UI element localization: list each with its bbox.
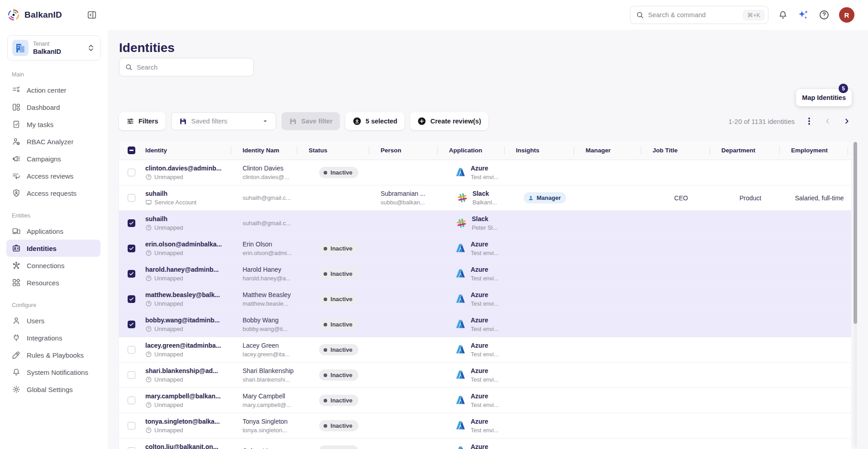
identity-id: suhailh [145, 189, 231, 198]
table-row[interactable]: harold.haney@adminb... Unmapped Harold H… [119, 261, 851, 287]
sidebar-item-rbac-analyzer[interactable]: RBAC Analyzer [0, 133, 108, 150]
global-search[interactable]: ⌘+K [630, 6, 768, 24]
chevron-right-icon[interactable] [843, 117, 851, 125]
identities-search[interactable] [119, 58, 254, 76]
row-checkbox[interactable] [128, 397, 135, 404]
azure-logo-icon [454, 445, 467, 449]
sparkles-icon[interactable] [797, 9, 809, 21]
table-row[interactable]: colton.liu@balkanit.on... Unmapped Colto… [119, 439, 851, 449]
identity-id: mary.campbell@balkan... [145, 392, 231, 401]
sidebar-item-access-reviews[interactable]: Access reviews [0, 167, 108, 184]
table-row[interactable]: erin.olson@adminbalka... Unmapped Erin O… [119, 236, 851, 261]
manager-cell [574, 160, 641, 185]
application-env: Test envi... [471, 426, 499, 435]
sidebar-item-identities[interactable]: Identities [6, 240, 100, 257]
row-checkbox[interactable] [128, 219, 135, 227]
question-circle-icon [145, 250, 152, 256]
column-header-insights[interactable]: Insights [504, 141, 574, 160]
table-row[interactable]: tonya.singleton@balka... Unmapped Tonya … [119, 413, 851, 439]
table-row[interactable]: lacey.green@itadminba... Unmapped Lacey … [119, 337, 851, 363]
row-checkbox[interactable] [128, 346, 135, 354]
status-dot-icon [324, 247, 327, 250]
avatar[interactable]: R [839, 7, 854, 23]
identities-search-input[interactable] [137, 64, 248, 71]
sidebar-item-rules-playbooks[interactable]: Rules & Playbooks [0, 346, 108, 364]
person-email: subbu@balkan... [381, 199, 437, 207]
sidebar-item-users[interactable]: Users [0, 312, 108, 329]
identity-name: Erin Olson [243, 240, 297, 249]
global-search-input[interactable] [648, 11, 739, 19]
row-checkbox[interactable] [128, 422, 135, 430]
row-checkbox[interactable] [128, 295, 135, 303]
sidebar-item-integrations[interactable]: Integrations [0, 329, 108, 346]
save-filter-button[interactable]: Save filter [281, 112, 340, 130]
table-row[interactable]: matthew.beasley@balk... Unmapped Matthew… [119, 287, 851, 312]
saved-filters-select[interactable]: Saved filters [171, 112, 276, 130]
application-name: Azure [471, 291, 499, 299]
identity-name-email: matthew.beasle... [243, 300, 297, 308]
column-header-identity[interactable]: Identity [140, 141, 231, 160]
scrollbar-thumb[interactable] [854, 142, 857, 324]
status-badge: Inactive [319, 167, 358, 178]
identity-mapping-label: Unmapped [154, 350, 183, 359]
table-row[interactable]: clinton.davies@adminb... Unmapped Clinto… [119, 160, 851, 185]
table-row[interactable]: shari.blankenship@ad... Unmapped Shari B… [119, 363, 851, 388]
identity-name-email: harold.haney@a... [243, 274, 297, 283]
table-row[interactable]: suhailh Unmapped suhailh@gmail.c... Slac… [119, 211, 851, 236]
sidebar-item-connections[interactable]: Connections [0, 257, 108, 274]
column-header-application[interactable]: Application [437, 141, 504, 160]
sidebar-item-action-center[interactable]: Action center [0, 81, 108, 99]
question-circle-icon [145, 351, 152, 358]
pagination-summary: 1-20 of 1131 identities [729, 118, 795, 125]
applications-icon [12, 227, 21, 236]
row-checkbox[interactable] [128, 321, 135, 328]
sidebar-collapse-icon[interactable] [87, 10, 97, 20]
row-checkbox[interactable] [128, 447, 135, 449]
sidebar-item-my-tasks[interactable]: My tasks [0, 116, 108, 133]
sidebar-nav: Main Action center Dashboard My tasks RB… [0, 71, 108, 398]
column-header-job-title[interactable]: Job Title [641, 141, 710, 160]
table-row[interactable]: mary.campbell@balkan... Unmapped Mary Ca… [119, 388, 851, 413]
row-checkbox[interactable] [128, 245, 135, 252]
select-all-checkbox[interactable] [128, 147, 135, 154]
sidebar-item-global-settings[interactable]: Global Settings [0, 381, 108, 398]
sidebar-item-resources[interactable]: Resources [0, 274, 108, 291]
column-header-department[interactable]: Department [710, 141, 779, 160]
sidebar-item-dashboard[interactable]: Dashboard [0, 99, 108, 116]
help-icon[interactable] [819, 9, 830, 20]
create-review-button[interactable]: Create review(s) [410, 112, 488, 130]
filters-icon [126, 117, 134, 125]
row-checkbox[interactable] [128, 169, 135, 176]
chevron-left-icon[interactable] [824, 117, 832, 125]
identity-name: Bobby Wang [243, 316, 297, 325]
sidebar-item-access-requests[interactable]: Access requests [0, 184, 108, 202]
sidebar-item-applications[interactable]: Applications [0, 222, 108, 240]
kebab-menu-icon[interactable] [806, 117, 813, 125]
tenant-selector[interactable]: Tenant BalkanID [7, 35, 100, 61]
application-name: Azure [471, 392, 499, 401]
row-checkbox[interactable] [128, 194, 135, 202]
column-header-person[interactable]: Person [369, 141, 437, 160]
column-header-identity-nam[interactable]: Identity Nam [231, 141, 297, 160]
identity-id: erin.olson@adminbalka... [145, 240, 231, 249]
column-header-manager[interactable]: Manager [574, 141, 641, 160]
sidebar-item-system-notifications[interactable]: System Notifications [0, 364, 108, 381]
table-row[interactable]: suhailh Service Account suhailh@gmail.c.… [119, 185, 851, 211]
row-checkbox[interactable] [128, 270, 135, 278]
status-badge: Inactive [319, 293, 358, 305]
logo-row: BalkanID [0, 0, 108, 30]
job-title: CEO [674, 194, 688, 202]
filters-button[interactable]: Filters [119, 112, 166, 130]
bell-icon[interactable] [778, 10, 788, 20]
identity-id: bobby.wang@itadminb... [145, 316, 231, 325]
selected-count-button[interactable]: 5 selected [345, 112, 405, 130]
search-icon [636, 11, 644, 19]
map-identities-button[interactable]: Map Identities 5 [796, 89, 852, 106]
column-header-employment[interactable]: Employment [779, 141, 848, 160]
row-checkbox[interactable] [128, 371, 135, 379]
person-name: Subramanian ... [381, 189, 437, 198]
column-header-status[interactable]: Status [297, 141, 369, 160]
status-badge: Inactive [319, 395, 358, 406]
table-row[interactable]: bobby.wang@itadminb... Unmapped Bobby Wa… [119, 312, 851, 337]
sidebar-item-campaigns[interactable]: Campaigns [0, 150, 108, 167]
